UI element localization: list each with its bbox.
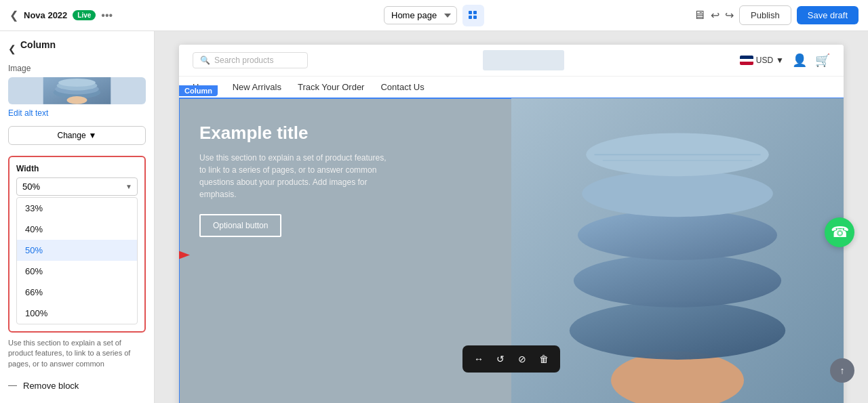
hero-jeans-image (511, 98, 844, 403)
panel-back-icon: ❮ (8, 43, 16, 54)
nav-item-contact-us[interactable]: Contact Us (380, 82, 424, 92)
width-option-66[interactable]: 66% (17, 282, 137, 303)
panel-back-row[interactable]: ❮ Column (8, 39, 146, 58)
search-bar[interactable]: 🔍 Search products (193, 52, 308, 68)
store-header-left: 🔍 Search products (193, 52, 308, 68)
store-header-right: USD ▼ 👤 🛒 (740, 53, 830, 68)
whatsapp-icon: ☎ (831, 224, 849, 241)
hero-image-column (511, 98, 844, 403)
chevron-down-icon: ▼ (89, 131, 97, 140)
undo-icon[interactable]: ↩ (711, 9, 719, 22)
search-placeholder: Search products (214, 56, 273, 65)
minus-icon: — (8, 380, 19, 391)
width-option-60[interactable]: 60% (17, 261, 137, 282)
more-menu-icon[interactable]: ••• (101, 9, 113, 22)
up-arrow-icon: ↑ (840, 365, 845, 376)
width-dropdown-options: 33% 40% 50% 60% 66% 100% (16, 197, 138, 324)
live-badge: Live (73, 10, 96, 20)
user-icon[interactable]: 👤 (792, 53, 807, 68)
svg-point-13 (570, 301, 786, 360)
scroll-to-top-button[interactable]: ↑ (830, 358, 854, 383)
grid-icon (468, 10, 479, 21)
topbar-left: ❮ Nova 2022 Live ••• (9, 9, 377, 22)
page-selector[interactable]: Home page (384, 6, 457, 24)
grid-view-button[interactable] (462, 5, 484, 26)
red-arrow (179, 245, 193, 267)
main-layout: ❮ Column Image (0, 31, 868, 403)
toolbar-resize-button[interactable]: ↔ (469, 349, 488, 368)
currency-selector[interactable]: USD ▼ (740, 56, 784, 65)
width-label: Width (16, 164, 138, 173)
image-section-label: Image (8, 64, 146, 73)
edit-alt-text-link[interactable]: Edit alt text (8, 108, 146, 118)
svg-point-8 (58, 79, 96, 87)
column-badge[interactable]: Column (179, 85, 218, 96)
image-preview-svg (8, 77, 146, 104)
svg-rect-1 (473, 11, 477, 14)
width-select[interactable]: 50% (16, 177, 138, 196)
hero-title: Example title (199, 123, 491, 144)
left-panel: ❮ Column Image (0, 31, 155, 403)
svg-rect-0 (469, 11, 472, 14)
width-option-100[interactable]: 100% (17, 303, 137, 324)
svg-point-9 (67, 96, 87, 104)
flag-icon (740, 56, 753, 65)
monitor-icon[interactable]: 🖥 (693, 8, 705, 22)
publish-button[interactable]: Publish (739, 5, 791, 25)
store-nav: Home New Arrivals Track Your Order Conta… (179, 77, 844, 98)
nav-item-track-order[interactable]: Track Your Order (298, 82, 365, 92)
canvas-area: 🔍 Search products USD ▼ 👤 🛒 Column (155, 31, 868, 403)
topbar-right: 🖥 ↩ ↪ Publish Save draft (491, 5, 859, 25)
nav-item-new-arrivals[interactable]: New Arrivals (233, 82, 281, 92)
search-icon: 🔍 (200, 56, 210, 65)
currency-label: USD (756, 56, 773, 65)
hero-text-column: Example title Use this section to explai… (179, 98, 511, 403)
jeans-image-svg (511, 98, 844, 403)
panel-description: Use this section to explain a set of pro… (8, 338, 146, 369)
svg-rect-2 (469, 16, 472, 19)
svg-rect-3 (473, 16, 477, 19)
bottom-toolbar: ↔ ↺ ⊘ 🗑 (462, 345, 560, 373)
change-label: Change (58, 131, 86, 140)
hero-optional-button[interactable]: Optional button (199, 214, 281, 237)
svg-point-14 (574, 254, 781, 307)
width-option-50[interactable]: 50% (17, 240, 137, 261)
back-icon[interactable]: ❮ (9, 9, 18, 22)
topbar: ❮ Nova 2022 Live ••• Home page 🖥 ↩ ↪ Pub… (0, 0, 868, 31)
panel-title: Column (20, 39, 56, 50)
svg-point-16 (582, 171, 773, 217)
topbar-center: Home page (384, 5, 484, 26)
currency-chevron-icon: ▼ (776, 56, 784, 65)
remove-block-label: Remove block (23, 381, 79, 391)
svg-point-15 (578, 210, 777, 260)
store-name: Nova 2022 (24, 10, 67, 20)
store-logo (483, 50, 564, 70)
width-option-33[interactable]: 33% (17, 198, 137, 219)
toolbar-delete-button[interactable]: 🗑 (534, 349, 553, 368)
remove-block-button[interactable]: — Remove block (8, 376, 146, 395)
toolbar-rotate-button[interactable]: ↺ (491, 349, 510, 368)
store-header: 🔍 Search products USD ▼ 👤 🛒 (179, 45, 844, 77)
toolbar-hide-button[interactable]: ⊘ (513, 349, 532, 368)
change-image-button[interactable]: Change ▼ (8, 126, 146, 145)
width-option-40[interactable]: 40% (17, 219, 137, 240)
hero-description: Use this section to explain a set of pro… (199, 152, 389, 200)
cart-icon[interactable]: 🛒 (815, 53, 830, 68)
save-draft-button[interactable]: Save draft (797, 6, 859, 24)
whatsapp-button[interactable]: ☎ (825, 217, 854, 247)
width-select-wrapper: 50% ▼ (16, 177, 138, 196)
redo-icon[interactable]: ↪ (725, 9, 734, 22)
image-preview (8, 77, 146, 104)
width-section: Width 50% ▼ 33% 40% 50% 60% 66% 100% (8, 156, 146, 333)
